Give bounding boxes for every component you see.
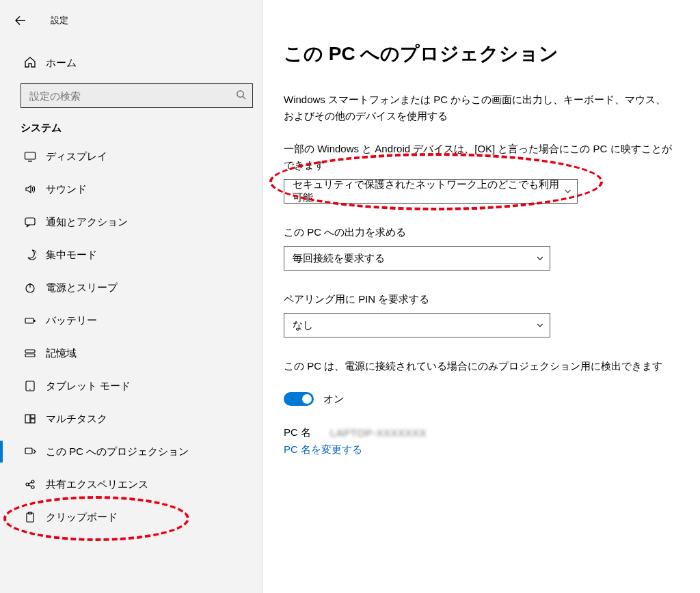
svg-point-12 [29, 389, 31, 390]
setting-3-dropdown[interactable]: なし [284, 313, 550, 337]
battery-icon [24, 314, 46, 327]
clipboard-icon [24, 511, 46, 523]
sidebar-item-label: クリップボード [46, 511, 118, 524]
back-button[interactable] [7, 7, 34, 34]
search-box[interactable] [21, 83, 253, 108]
sidebar-item-label: 電源とスリープ [46, 281, 118, 294]
sidebar-item-label: 記憶域 [46, 347, 77, 360]
home-icon [24, 56, 46, 70]
sidebar: 設定 ホーム システム ディスプレイサウンド通知とアクション集中モード電源とスリ… [0, 0, 263, 593]
search-input[interactable] [21, 90, 229, 102]
sidebar-category: システム [21, 122, 262, 135]
sidebar-item-label: マルチタスク [46, 413, 107, 426]
setting-2-label: この PC への出力を求める [284, 224, 673, 240]
sidebar-item-2[interactable]: 通知とアクション [0, 206, 262, 238]
svg-point-18 [31, 480, 34, 483]
sidebar-item-label: バッテリー [46, 314, 97, 327]
svg-point-0 [237, 91, 243, 97]
sidebar-item-0[interactable]: ディスプレイ [0, 140, 262, 173]
project-icon [24, 445, 46, 458]
setting-3-label: ペアリング用に PIN を要求する [284, 291, 673, 307]
main-content: この PC へのプロジェクション Windows スマートフォンまたは PC か… [263, 0, 700, 593]
chevron-down-icon [536, 254, 544, 262]
svg-rect-15 [31, 419, 35, 423]
window-title: 設定 [51, 14, 68, 27]
sidebar-nav: ディスプレイサウンド通知とアクション集中モード電源とスリープバッテリー記憶域タブ… [0, 140, 262, 534]
rename-pc-link[interactable]: PC 名を変更する [284, 443, 362, 456]
sidebar-item-3[interactable]: 集中モード [0, 238, 262, 271]
storage-icon [24, 347, 46, 359]
svg-rect-14 [31, 415, 35, 418]
svg-line-20 [29, 482, 32, 484]
sidebar-item-label: サウンド [46, 183, 87, 196]
sidebar-item-7[interactable]: タブレット モード [0, 370, 262, 402]
pc-name-value: LAPTOP-XXXXXXX [330, 427, 427, 439]
sidebar-item-11[interactable]: クリップボード [0, 501, 262, 534]
setting-3-value: なし [293, 319, 313, 332]
sidebar-home-label: ホーム [46, 57, 77, 70]
svg-rect-8 [34, 320, 36, 322]
svg-line-21 [29, 485, 32, 486]
setting-2-value: 毎回接続を要求する [293, 252, 385, 265]
setting-1-label: 一部の Windows と Android デバイスは、[OK] と言った場合に… [284, 141, 673, 174]
svg-rect-16 [25, 448, 32, 454]
toggle-knob [302, 394, 312, 404]
svg-rect-2 [25, 152, 36, 159]
titlebar-row: 設定 [0, 7, 262, 34]
svg-rect-10 [25, 354, 35, 357]
svg-point-19 [31, 486, 34, 488]
sidebar-item-label: 通知とアクション [46, 216, 128, 229]
back-arrow-icon [15, 15, 26, 26]
sidebar-item-8[interactable]: マルチタスク [0, 402, 262, 435]
svg-line-1 [243, 96, 245, 99]
setting-4-toggle-row: オン [284, 392, 673, 406]
sidebar-item-1[interactable]: サウンド [0, 173, 262, 206]
svg-rect-9 [25, 350, 35, 353]
svg-rect-7 [25, 318, 33, 323]
sidebar-item-label: タブレット モード [46, 380, 131, 393]
notify-icon [24, 216, 46, 228]
sidebar-item-label: この PC へのプロジェクション [46, 445, 189, 458]
chevron-down-icon [536, 321, 544, 329]
svg-rect-13 [25, 415, 30, 423]
multitask-icon [24, 413, 46, 425]
sidebar-item-label: 共有エクスペリエンス [46, 478, 148, 491]
setting-1-dropdown[interactable]: セキュリティで保護されたネットワーク上のどこでも利用可能 [284, 179, 578, 204]
sidebar-item-label: 集中モード [46, 249, 97, 262]
search-icon [229, 89, 252, 102]
pc-name-label: PC 名 [284, 426, 311, 439]
sound-icon [24, 183, 46, 195]
sidebar-item-6[interactable]: 記憶域 [0, 337, 262, 370]
sidebar-item-4[interactable]: 電源とスリープ [0, 271, 262, 304]
display-icon [24, 150, 46, 163]
focus-icon [24, 249, 46, 261]
search-wrap [21, 83, 253, 108]
power-icon [24, 281, 46, 294]
svg-rect-4 [25, 218, 35, 225]
setting-4-toggle-label: オン [323, 393, 344, 406]
sidebar-home[interactable]: ホーム [0, 49, 262, 77]
pc-name-row: PC 名 LAPTOP-XXXXXXX [284, 426, 673, 439]
setting-1-value: セキュリティで保護されたネットワーク上のどこでも利用可能 [293, 178, 564, 204]
setting-4-toggle[interactable] [284, 392, 314, 406]
sidebar-item-10[interactable]: 共有エクスペリエンス [0, 468, 262, 501]
sidebar-item-label: ディスプレイ [46, 150, 107, 163]
page-intro: Windows スマートフォンまたは PC からこの画面に出力し、キーボード、マ… [284, 92, 673, 124]
page-title: この PC へのプロジェクション [284, 41, 673, 67]
chevron-down-icon [564, 187, 571, 195]
tablet-icon [24, 380, 46, 392]
sidebar-item-9[interactable]: この PC へのプロジェクション [0, 435, 262, 468]
share-icon [24, 478, 46, 491]
sidebar-item-5[interactable]: バッテリー [0, 304, 262, 337]
setting-2-dropdown[interactable]: 毎回接続を要求する [284, 246, 550, 271]
setting-4-label: この PC は、電源に接続されている場合にのみプロジェクション用に検出できます [284, 358, 673, 374]
svg-point-17 [26, 483, 29, 486]
